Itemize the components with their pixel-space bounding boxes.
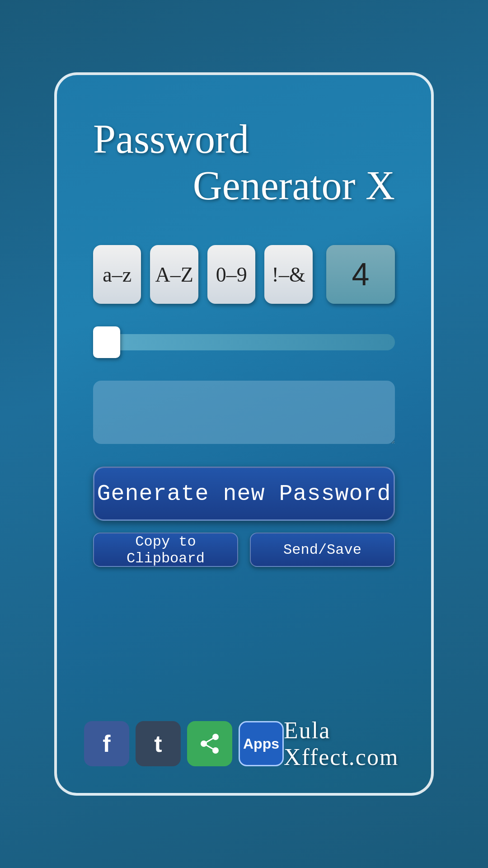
charset-09[interactable]: 0–9 xyxy=(207,245,255,304)
app-title: Password Generator X xyxy=(93,116,395,209)
apps-store-icon[interactable]: Apps xyxy=(239,721,284,766)
app-title-line2: Generator X xyxy=(93,162,395,209)
brand-text: Eula Xffect.com xyxy=(284,717,404,770)
svg-line-3 xyxy=(204,737,216,744)
main-card: Password Generator X a–z A–Z 0–9 !–& 4 G… xyxy=(54,72,434,796)
bottom-row: f t Apps Eula Xffect.com xyxy=(84,717,404,770)
slider-track xyxy=(93,334,395,350)
tumblr-icon[interactable]: t xyxy=(136,721,181,766)
length-slider-container xyxy=(93,326,395,358)
charset-row: a–z A–Z 0–9 !–& 4 xyxy=(93,245,395,304)
app-title-line1: Password xyxy=(93,116,395,162)
social-icons: f t Apps xyxy=(84,721,284,766)
share-icon[interactable] xyxy=(187,721,232,766)
count-button[interactable]: 4 xyxy=(326,245,395,304)
password-display[interactable] xyxy=(93,381,395,444)
svg-line-4 xyxy=(204,744,216,750)
generate-button[interactable]: Generate new Password xyxy=(93,467,395,521)
charset-az-upper[interactable]: A–Z xyxy=(150,245,198,304)
charset-az-lower[interactable]: a–z xyxy=(93,245,141,304)
send-save-button[interactable]: Send/Save xyxy=(250,533,395,567)
facebook-icon[interactable]: f xyxy=(84,721,129,766)
copy-clipboard-button[interactable]: Copy to Clipboard xyxy=(93,533,238,567)
slider-thumb[interactable] xyxy=(93,326,120,358)
charset-special[interactable]: !–& xyxy=(264,245,312,304)
secondary-buttons: Copy to Clipboard Send/Save xyxy=(93,533,395,567)
